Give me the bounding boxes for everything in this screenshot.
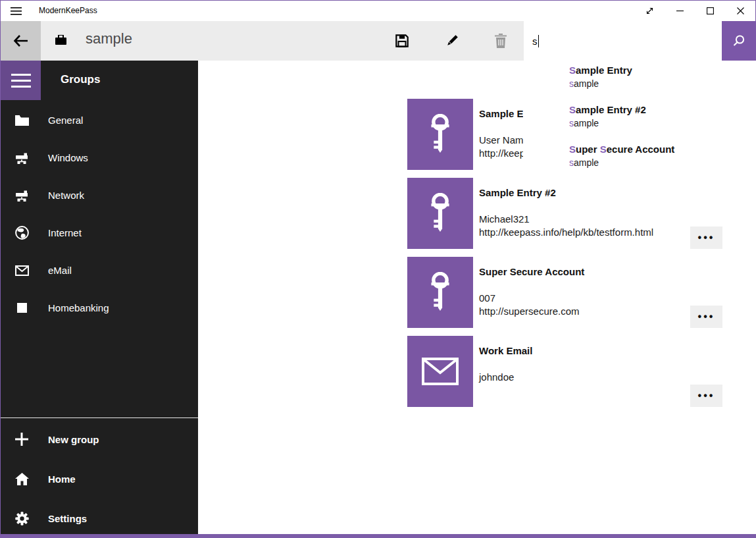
- entry-tile[interactable]: [407, 257, 473, 328]
- search-suggestions: Sample Entry sample Sample Entry #2 samp…: [523, 61, 755, 186]
- suggestion-subtitle: sample: [569, 156, 755, 169]
- entry-username: 007: [479, 292, 580, 305]
- edit-button[interactable]: [437, 21, 467, 61]
- save-button[interactable]: [387, 21, 417, 61]
- sidebar-item-label: Network: [48, 190, 84, 201]
- sidebar-item-label: eMail: [48, 265, 72, 276]
- entry-url: http://keepass.info/help/kb/testform.htm…: [479, 226, 653, 239]
- entry-url: http://supersecure.com: [479, 305, 580, 318]
- sidebar-item-label: New group: [48, 434, 99, 445]
- sidebar-separator: [1, 417, 198, 418]
- entry-title: Sample Entry #2: [479, 187, 556, 198]
- database-icon: [55, 35, 67, 45]
- save-icon: [395, 34, 409, 48]
- sidebar-item-settings[interactable]: Settings: [1, 498, 198, 538]
- app-window: ModernKeePass: [0, 0, 756, 538]
- sidebar-item-windows[interactable]: Windows: [1, 139, 198, 176]
- entry-title: Work Email: [479, 345, 532, 356]
- edit-icon: [445, 34, 459, 48]
- sidebar-item-homebanking[interactable]: Homebanking: [1, 289, 198, 327]
- entry-row[interactable]: Super Secure Account 007 http://supersec…: [407, 257, 756, 328]
- suggestion-subtitle: sample: [569, 77, 755, 90]
- more-button[interactable]: •••: [690, 227, 722, 249]
- window-bottom-border: [0, 534, 756, 538]
- maximize-icon: [707, 7, 714, 14]
- entry-tile[interactable]: [407, 99, 473, 170]
- caption-buttons: [634, 1, 755, 21]
- network-drive-icon: [14, 189, 29, 202]
- group-list: General Windows Network Internet: [1, 101, 198, 327]
- fullscreen-button[interactable]: [634, 1, 665, 21]
- back-arrow-icon: [13, 34, 29, 47]
- database-title: sample: [86, 30, 132, 47]
- home-icon: [14, 473, 29, 485]
- entry-row[interactable]: Sample Entry #2 Michael321 http://keepas…: [407, 178, 756, 249]
- suggestion-subtitle: sample: [569, 117, 755, 130]
- suggestion-item[interactable]: Sample Entry sample: [523, 64, 755, 103]
- fullscreen-icon: [645, 7, 654, 15]
- search-input[interactable]: s: [524, 21, 722, 61]
- sidebar-item-new-group[interactable]: New group: [1, 419, 198, 459]
- entry-details: johndoe: [479, 371, 514, 384]
- back-button[interactable]: [1, 21, 41, 61]
- entry-tile[interactable]: [407, 178, 473, 249]
- appbar: sample s: [1, 21, 755, 61]
- sidebar-item-email[interactable]: eMail: [1, 252, 198, 289]
- text-caret: [538, 35, 539, 47]
- sidebar-hamburger-button[interactable]: [1, 61, 41, 100]
- more-button[interactable]: •••: [690, 385, 722, 407]
- globe-icon: [14, 226, 29, 240]
- entry-row[interactable]: Work Email johndoe •••: [407, 336, 756, 407]
- delete-button[interactable]: [486, 21, 516, 61]
- suggestion-title: Sample Entry: [569, 64, 755, 77]
- entry-details: Michael321 http://keepass.info/help/kb/t…: [479, 213, 653, 239]
- close-button[interactable]: [725, 1, 755, 21]
- minimize-button[interactable]: [665, 1, 695, 21]
- sidebar-item-label: General: [48, 115, 83, 126]
- key-icon: [427, 193, 453, 234]
- network-drive-icon: [14, 151, 29, 165]
- envelope-icon: [14, 265, 29, 276]
- close-icon: [737, 7, 744, 14]
- sidebar-item-label: Homebanking: [48, 302, 109, 313]
- search-icon: [732, 34, 746, 48]
- sidebar-item-network[interactable]: Network: [1, 176, 198, 214]
- entry-tile[interactable]: [407, 336, 473, 407]
- square-icon: [14, 303, 29, 313]
- sidebar-item-label: Windows: [48, 152, 88, 163]
- envelope-icon: [422, 358, 459, 385]
- groups-header: Groups: [61, 73, 100, 86]
- sidebar-item-internet[interactable]: Internet: [1, 214, 198, 252]
- suggestion-item[interactable]: Sample Entry #2 sample: [523, 103, 755, 143]
- window-title: ModernKeePass: [39, 1, 97, 21]
- suggestion-title: Super Secure Account: [569, 143, 755, 156]
- suggestion-item[interactable]: Super Secure Account sample: [523, 143, 755, 182]
- delete-icon: [494, 34, 507, 48]
- entry-username: johndoe: [479, 371, 514, 384]
- sidebar: Groups General Windows Network: [1, 61, 198, 534]
- sidebar-item-home[interactable]: Home: [1, 459, 198, 498]
- entry-details: 007 http://supersecure.com: [479, 292, 580, 318]
- entry-title: Super Secure Account: [479, 266, 584, 277]
- search-button[interactable]: [722, 21, 756, 61]
- gear-icon: [14, 512, 29, 525]
- sidebar-item-label: Settings: [48, 513, 87, 524]
- folder-icon: [14, 115, 29, 126]
- key-icon: [427, 272, 453, 313]
- sidebar-item-label: Internet: [48, 227, 82, 238]
- entry-username: Michael321: [479, 213, 653, 226]
- titlebar: ModernKeePass: [1, 1, 755, 21]
- hamburger-icon: [11, 74, 31, 88]
- maximize-button[interactable]: [695, 1, 725, 21]
- suggestion-title: Sample Entry #2: [569, 103, 755, 117]
- search-value: s: [532, 36, 538, 47]
- minimize-icon: [676, 7, 684, 14]
- more-button[interactable]: •••: [690, 306, 722, 328]
- sidebar-item-general[interactable]: General: [1, 101, 198, 139]
- key-icon: [427, 114, 453, 155]
- menu-icon[interactable]: [11, 6, 22, 16]
- plus-icon: [14, 433, 29, 446]
- hamburger-icon: [11, 7, 22, 16]
- sidebar-footer: New group Home: [1, 419, 198, 538]
- sidebar-item-label: Home: [48, 473, 76, 485]
